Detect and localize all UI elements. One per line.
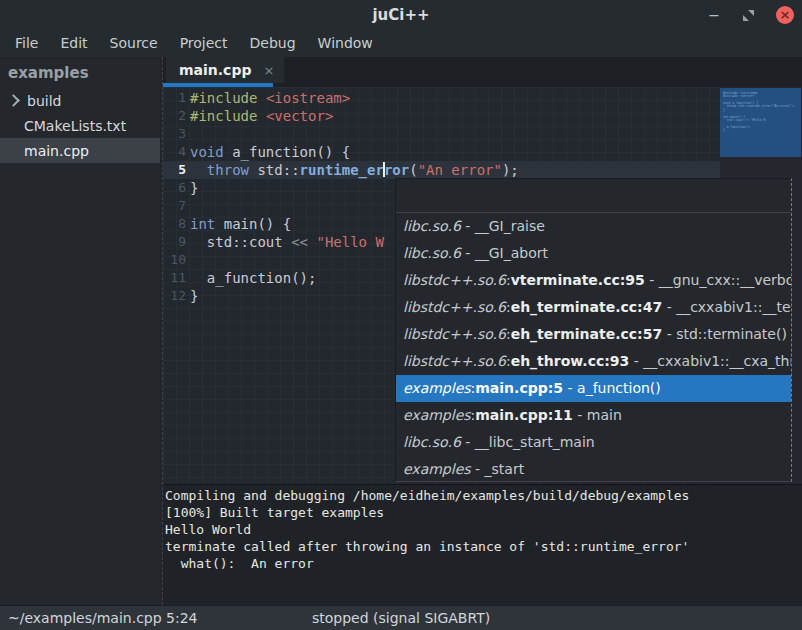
window-controls: − × [707,0,794,30]
frame-file-line: eh_throw.cc:93 [511,353,630,369]
chevron-right-icon[interactable] [7,94,20,107]
backtrace-item-10[interactable]: examples - _start [396,456,791,483]
frame-function: a_function() [577,380,661,396]
line-number: 2 [163,107,186,125]
terminal-line-3: Hello World [165,521,802,538]
menu-window[interactable]: Window [307,30,384,57]
frame-binary: examples [403,407,471,423]
frame-file-line: main.cpp:5 [475,380,563,396]
frame-binary: examples [403,461,471,477]
line-number: 1 [163,89,186,107]
tree-item-main-cpp[interactable]: main.cpp [0,138,160,163]
frame-file-line: eh_terminate.cc:57 [511,326,663,342]
tabbar: main.cpp × [163,57,802,87]
menu-source[interactable]: Source [99,30,169,57]
code-row-3: 3 [163,125,519,143]
frame-binary: examples [403,380,471,396]
frame-function: std::terminate() [676,326,787,342]
status-debug-state: stopped (signal SIGABRT) [312,606,490,630]
code-row-1: 1#include <iostream> [163,89,519,107]
frame-function: __GI_raise [475,218,545,234]
line-number: 8 [163,215,186,233]
frame-function: _start [485,461,525,477]
line-number: 5 [163,161,186,179]
frame-function: __cxxabiv1::__cxa_thro [643,353,791,369]
backtrace-item-4[interactable]: libstdc++.so.6:eh_terminate.cc:47 - __cx… [396,294,791,321]
menubar: FileEditSourceProjectDebugWindow [0,30,802,57]
terminal-line-1: Compiling and debugging /home/eidheim/ex… [165,487,802,504]
menu-edit[interactable]: Edit [49,30,98,57]
backtrace-item-5[interactable]: libstdc++.so.6:eh_terminate.cc:57 - std:… [396,321,791,348]
backtrace-popup: libc.so.6 - __GI_raiselibc.so.6 - __GI_a… [395,178,792,482]
backtrace-item-3[interactable]: libstdc++.so.6:vterminate.cc:95 - __gnu_… [396,267,791,294]
terminal-line-2: [100%] Built target examples [165,504,802,521]
line-number: 12 [163,287,186,305]
titlebar[interactable]: juCi++ − × [0,0,802,31]
code-text: throw std::runtime_error("An error"); [190,161,519,179]
frame-function: __cxxabiv1::__tern [676,299,791,315]
project-name-header: examples [0,57,160,88]
source-map-text: #include <iostream> #include <vector> vo… [723,91,801,132]
source-map-slider[interactable]: #include <iostream> #include <vector> vo… [720,88,801,157]
terminal-line-5: what(): An error [165,555,802,572]
frame-function: __libc_start_main [475,434,595,450]
code-text: int main() { [190,215,291,233]
backtrace-item-8[interactable]: examples:main.cpp:11 - main [396,402,791,429]
tab-main-cpp[interactable]: main.cpp × [166,57,284,83]
terminal-line-4: terminate called after throwing an insta… [165,538,802,555]
close-icon[interactable]: × [776,6,794,24]
file-tree: buildCMakeLists.txtmain.cpp [0,88,160,163]
line-number: 7 [163,197,186,215]
code-text: } [190,287,198,305]
line-number: 10 [163,251,186,269]
code-text: #include <vector> [190,107,333,125]
backtrace-item-9[interactable]: libc.so.6 - __libc_start_main [396,429,791,456]
tab-close-icon[interactable]: × [263,63,274,78]
backtrace-item-1[interactable]: libc.so.6 - __GI_raise [396,213,791,240]
frame-function: __GI_abort [475,245,548,261]
frame-binary: libstdc++.so.6 [403,326,506,342]
line-number: 9 [163,233,186,251]
maximize-icon[interactable] [743,10,754,21]
frame-binary: libc.so.6 [403,434,461,450]
tree-item-cmakelists-txt[interactable]: CMakeLists.txt [0,113,160,138]
frame-binary: libc.so.6 [403,218,461,234]
code-text: std::cout << "Hello W [190,233,384,251]
backtrace-list: libc.so.6 - __GI_raiselibc.so.6 - __GI_a… [396,213,791,483]
frame-binary: libstdc++.so.6 [403,299,506,315]
app-window: juCi++ − × FileEditSourceProjectDebugWin… [0,0,802,630]
code-row-2: 2#include <vector> [163,107,519,125]
line-number: 4 [163,143,186,161]
code-row-5: 5 throw std::runtime_error("An error"); [163,161,519,179]
backtrace-item-2[interactable]: libc.so.6 - __GI_abort [396,240,791,267]
frame-file-line: vterminate.cc:95 [511,272,645,288]
backtrace-filter-entry[interactable] [396,179,791,213]
tree-item-build[interactable]: build [0,88,160,113]
tree-item-label: build [27,93,61,109]
menu-project[interactable]: Project [169,30,239,57]
status-file-position: ~/examples/main.cpp 5:24 [8,606,198,630]
frame-file-line: eh_terminate.cc:47 [511,299,663,315]
statusbar: ~/examples/main.cpp 5:24 stopped (signal… [0,605,802,630]
backtrace-item-6[interactable]: libstdc++.so.6:eh_throw.cc:93 - __cxxabi… [396,348,791,375]
tree-item-label: main.cpp [24,143,89,159]
frame-file-line: main.cpp:11 [475,407,573,423]
code-text: void a_function() { [190,143,350,161]
window-title: juCi++ [0,0,802,30]
backtrace-item-7[interactable]: examples:main.cpp:5 - a_function() [396,375,791,402]
line-number: 11 [163,269,186,287]
tree-item-label: CMakeLists.txt [24,118,126,134]
frame-binary: libstdc++.so.6 [403,272,506,288]
tab-label: main.cpp [179,62,251,78]
code-text: } [190,179,198,197]
terminal-output[interactable]: Compiling and debugging /home/eidheim/ex… [163,484,802,605]
frame-function: __gnu_cxx::__verbos [659,272,791,288]
menu-debug[interactable]: Debug [239,30,307,57]
file-tree-sidebar: examples buildCMakeLists.txtmain.cpp [0,57,160,605]
code-text: #include <iostream> [190,89,350,107]
frame-function: main [587,407,622,423]
line-number: 3 [163,125,186,143]
minimize-icon[interactable]: − [707,10,721,20]
menu-file[interactable]: File [4,30,49,57]
frame-binary: libstdc++.so.6 [403,353,506,369]
